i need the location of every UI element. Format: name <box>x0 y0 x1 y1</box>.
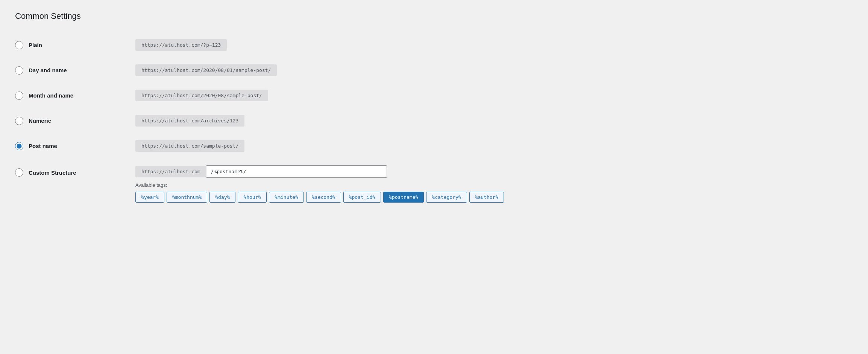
plain-radio[interactable] <box>15 41 23 49</box>
month-and-name-url: https://atulhost.com/2020/08/sample-post… <box>135 90 268 101</box>
numeric-label: Numeric <box>29 117 51 124</box>
numeric-radio-label[interactable]: Numeric <box>15 117 135 125</box>
numeric-row: Numeric https://atulhost.com/archives/12… <box>15 108 853 133</box>
post-name-radio-label[interactable]: Post name <box>15 142 135 150</box>
tag-post-id[interactable]: %post_id% <box>343 192 381 203</box>
tag-day[interactable]: %day% <box>209 192 235 203</box>
month-and-name-radio[interactable] <box>15 92 23 100</box>
post-name-radio[interactable] <box>15 142 23 150</box>
plain-url: https://atulhost.com/?p=123 <box>135 39 227 51</box>
custom-structure-content: https://atulhost.com Available tags: %ye… <box>135 165 504 203</box>
tag-author[interactable]: %author% <box>469 192 504 203</box>
tag-second[interactable]: %second% <box>306 192 341 203</box>
month-and-name-row: Month and name https://atulhost.com/2020… <box>15 83 853 108</box>
numeric-radio[interactable] <box>15 117 23 125</box>
day-and-name-row: Day and name https://atulhost.com/2020/0… <box>15 58 853 83</box>
custom-structure-radio[interactable] <box>15 168 23 177</box>
post-name-label: Post name <box>29 143 57 149</box>
plain-row: Plain https://atulhost.com/?p=123 <box>15 32 853 58</box>
custom-structure-base-url: https://atulhost.com <box>135 166 206 177</box>
post-name-row: Post name https://atulhost.com/sample-po… <box>15 133 853 159</box>
available-tags-label: Available tags: <box>135 182 504 188</box>
month-and-name-radio-label[interactable]: Month and name <box>15 92 135 100</box>
tag-monthnum[interactable]: %monthnum% <box>167 192 207 203</box>
day-and-name-radio-label[interactable]: Day and name <box>15 66 135 75</box>
day-and-name-label: Day and name <box>29 67 67 73</box>
day-and-name-radio[interactable] <box>15 66 23 75</box>
page-title: Common Settings <box>15 11 853 21</box>
settings-container: Plain https://atulhost.com/?p=123 Day an… <box>15 32 853 209</box>
plain-label: Plain <box>29 42 42 48</box>
tags-row: %year% %monthnum% %day% %hour% %minute% … <box>135 192 504 203</box>
tag-hour[interactable]: %hour% <box>238 192 267 203</box>
day-and-name-url: https://atulhost.com/2020/08/01/sample-p… <box>135 64 277 76</box>
plain-radio-label[interactable]: Plain <box>15 41 135 49</box>
custom-structure-label: Custom Structure <box>29 169 76 176</box>
custom-structure-inputs: https://atulhost.com <box>135 165 504 178</box>
tag-minute[interactable]: %minute% <box>269 192 304 203</box>
custom-structure-row: Custom Structure https://atulhost.com Av… <box>15 159 853 209</box>
tag-year[interactable]: %year% <box>135 192 164 203</box>
custom-structure-input[interactable] <box>206 165 387 178</box>
custom-structure-radio-label[interactable]: Custom Structure <box>15 168 135 177</box>
month-and-name-label: Month and name <box>29 92 73 99</box>
post-name-url: https://atulhost.com/sample-post/ <box>135 140 244 152</box>
tag-postname[interactable]: %postname% <box>383 192 424 203</box>
numeric-url: https://atulhost.com/archives/123 <box>135 115 244 127</box>
tag-category[interactable]: %category% <box>426 192 467 203</box>
